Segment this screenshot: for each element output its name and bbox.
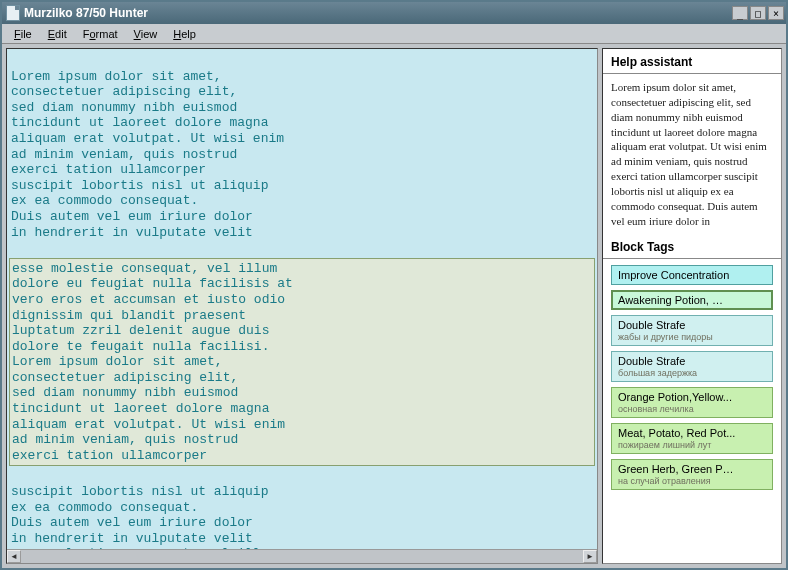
help-assistant-title: Help assistant (603, 49, 781, 74)
tag-label: Double Strafe (618, 319, 685, 331)
window-controls: _ □ × (732, 6, 784, 20)
minimize-button[interactable]: _ (732, 6, 748, 20)
tag-subtitle: на случай отравления (618, 476, 766, 486)
tag-orange-potion[interactable]: Orange Potion,Yellow... основная лечилка (611, 387, 773, 418)
text-block-3[interactable]: suscipit lobortis nisl ut aliquip ex ea … (11, 484, 593, 549)
title-bar: Murzilko 87/50 Hunter _ □ × (2, 2, 786, 24)
scroll-left-arrow[interactable]: ◄ (7, 550, 21, 563)
app-window: Murzilko 87/50 Hunter _ □ × File Edit Fo… (0, 0, 788, 570)
menu-view[interactable]: View (126, 26, 166, 42)
tag-double-strafe-2[interactable]: Double Strafe большая задержка (611, 351, 773, 382)
menu-format[interactable]: Format (75, 26, 126, 42)
tag-label: Orange Potion,Yellow... (618, 391, 732, 403)
tag-subtitle: жабы и другие пидоры (618, 332, 766, 342)
window-title: Murzilko 87/50 Hunter (24, 6, 732, 20)
tag-awakening-potion[interactable]: Awakening Potion, … (611, 290, 773, 310)
document-icon (6, 5, 20, 21)
client-area: Lorem ipsum dolor sit amet, consectetuer… (2, 44, 786, 568)
menu-file[interactable]: File (6, 26, 40, 42)
tag-subtitle: большая задержка (618, 368, 766, 378)
tag-label: Awakening Potion, … (618, 294, 723, 306)
scroll-track[interactable] (21, 550, 583, 563)
tag-double-strafe-1[interactable]: Double Strafe жабы и другие пидоры (611, 315, 773, 346)
tag-label: Double Strafe (618, 355, 685, 367)
tag-label: Meat, Potato, Red Pot... (618, 427, 735, 439)
scroll-right-arrow[interactable]: ► (583, 550, 597, 563)
horizontal-scrollbar[interactable]: ◄ ► (7, 549, 597, 563)
menu-bar: File Edit Format View Help (2, 24, 786, 44)
text-block-1[interactable]: Lorem ipsum dolor sit amet, consectetuer… (11, 69, 593, 241)
block-tags-list: Improve Concentration Awakening Potion, … (603, 259, 781, 496)
editor-content[interactable]: Lorem ipsum dolor sit amet, consectetuer… (7, 49, 597, 549)
side-panel: Help assistant Lorem ipsum dolor sit ame… (602, 48, 782, 564)
tag-improve-concentration[interactable]: Improve Concentration (611, 265, 773, 285)
block-tags-title: Block Tags (603, 234, 781, 259)
help-assistant-body: Lorem ipsum dolor sit amet, consectetuer… (603, 74, 781, 234)
menu-edit[interactable]: Edit (40, 26, 75, 42)
tag-label: Improve Concentration (618, 269, 729, 281)
editor-pane: Lorem ipsum dolor sit amet, consectetuer… (6, 48, 598, 564)
tag-green-herb[interactable]: Green Herb, Green P… на случай отравлени… (611, 459, 773, 490)
close-button[interactable]: × (768, 6, 784, 20)
maximize-button[interactable]: □ (750, 6, 766, 20)
menu-help[interactable]: Help (165, 26, 204, 42)
tag-subtitle: основная лечилка (618, 404, 766, 414)
text-block-2-selected[interactable]: esse molestie consequat, vel illum dolor… (9, 258, 595, 467)
tag-subtitle: пожираем лишний лут (618, 440, 766, 450)
tag-label: Green Herb, Green P… (618, 463, 734, 475)
tag-meat-potato[interactable]: Meat, Potato, Red Pot... пожираем лишний… (611, 423, 773, 454)
